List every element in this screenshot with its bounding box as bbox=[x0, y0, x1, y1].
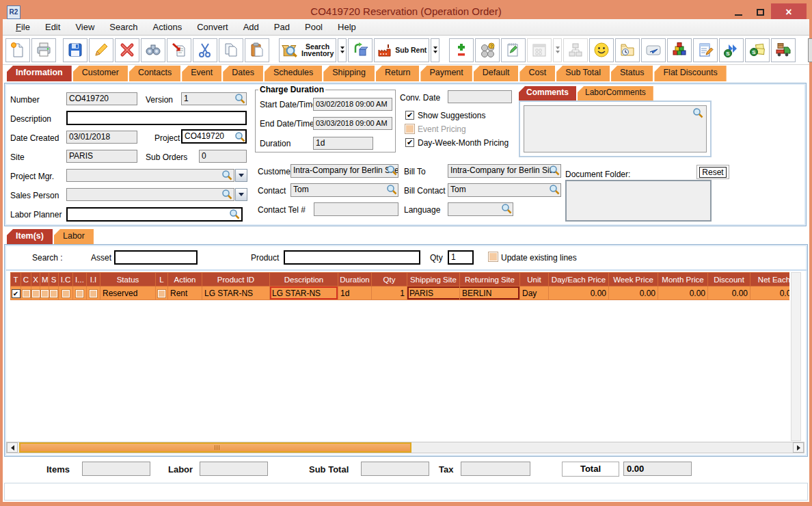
cut-button[interactable] bbox=[193, 38, 217, 62]
new-order-button[interactable] bbox=[5, 38, 30, 62]
menu-item-search[interactable]: Search bbox=[102, 20, 145, 34]
cell-month-price[interactable]: 0.00 bbox=[658, 287, 708, 300]
row-checkbox-i-c[interactable] bbox=[62, 290, 70, 297]
calendar-dropdown[interactable] bbox=[553, 38, 562, 62]
cell-discount[interactable]: 0.00 bbox=[708, 287, 750, 300]
table-vertical-scrollbar[interactable] bbox=[791, 272, 801, 441]
menu-item-help[interactable]: Help bbox=[330, 20, 364, 34]
labor-planner-field[interactable] bbox=[66, 207, 243, 222]
menu-item-pad[interactable]: Pad bbox=[267, 20, 297, 34]
tab-information[interactable]: Information bbox=[7, 66, 72, 81]
cell-net-each[interactable]: 0.00 bbox=[750, 287, 790, 300]
row-checkbox-c[interactable] bbox=[23, 290, 30, 297]
logistics-button[interactable] bbox=[771, 38, 796, 62]
version-search-icon[interactable] bbox=[234, 93, 245, 104]
save-button[interactable] bbox=[63, 38, 87, 62]
row-checkbox-l[interactable] bbox=[158, 290, 165, 297]
contact-tel-field[interactable] bbox=[314, 202, 398, 216]
cell-shipping-site[interactable]: PARIS bbox=[407, 287, 460, 300]
tab-shipping[interactable]: Shipping bbox=[323, 66, 375, 81]
tab-event[interactable]: Event bbox=[182, 66, 221, 81]
comments-field[interactable] bbox=[524, 105, 707, 152]
customer-search-icon[interactable] bbox=[386, 165, 397, 176]
project-search-icon[interactable] bbox=[234, 131, 245, 142]
add-lines-button[interactable] bbox=[449, 38, 474, 62]
tab-item-s[interactable]: Item(s) bbox=[7, 229, 53, 245]
tab-sub-total[interactable]: Sub Total bbox=[556, 66, 610, 81]
tab-dates[interactable]: Dates bbox=[223, 66, 263, 81]
convert-button[interactable] bbox=[348, 38, 373, 62]
tab-default[interactable]: Default bbox=[474, 66, 519, 81]
group-options-button[interactable]: ? bbox=[475, 38, 500, 62]
scroll-left-button[interactable] bbox=[7, 442, 18, 453]
sub-orders-field[interactable]: 0 bbox=[199, 150, 247, 163]
tab-status[interactable]: Status bbox=[611, 66, 653, 81]
product-input[interactable] bbox=[284, 250, 420, 265]
tab-customer[interactable]: Customer bbox=[73, 66, 128, 81]
menu-item-file[interactable]: File bbox=[8, 20, 38, 34]
menu-item-convert[interactable]: Convert bbox=[189, 20, 236, 34]
number-field[interactable]: CO419720 bbox=[66, 92, 137, 105]
language-search-icon[interactable] bbox=[501, 203, 512, 214]
org-chart-button[interactable] bbox=[563, 38, 588, 62]
edit-document-button[interactable] bbox=[693, 38, 718, 62]
tab-comments[interactable]: Comments bbox=[519, 86, 576, 101]
copy-button[interactable] bbox=[219, 38, 243, 62]
tab-labor[interactable]: Labor bbox=[54, 229, 94, 245]
cell-qty[interactable]: 1 bbox=[372, 287, 407, 300]
table-horizontal-scrollbar[interactable] bbox=[6, 442, 804, 453]
tab-contacts[interactable]: Contacts bbox=[129, 66, 180, 81]
document-folder-field[interactable] bbox=[565, 180, 712, 222]
row-checkbox-x[interactable] bbox=[32, 290, 40, 297]
comments-search-icon[interactable] bbox=[692, 107, 703, 118]
cell-duration[interactable]: 1d bbox=[338, 287, 372, 300]
description-field[interactable] bbox=[66, 111, 247, 125]
end-date-field[interactable]: 03/03/2018 09:00 AM bbox=[313, 117, 392, 130]
sub-rent-dropdown[interactable] bbox=[431, 38, 439, 62]
menu-item-pool[interactable]: Pool bbox=[297, 20, 330, 34]
asset-input[interactable] bbox=[114, 250, 198, 265]
menu-item-view[interactable]: View bbox=[68, 20, 102, 34]
cell-product-id[interactable]: LG STAR-NS bbox=[202, 287, 270, 300]
history-folder-button[interactable] bbox=[615, 38, 640, 62]
sales-person-dropdown[interactable] bbox=[235, 188, 247, 201]
labor-planner-search-icon[interactable] bbox=[229, 209, 240, 219]
sales-person-field[interactable] bbox=[66, 188, 234, 201]
tab-return[interactable]: Return bbox=[376, 66, 420, 81]
find-button[interactable] bbox=[141, 38, 165, 62]
project-mgr-field[interactable] bbox=[66, 169, 234, 182]
cell-status[interactable]: Reserved bbox=[100, 287, 156, 300]
bill-contact-field[interactable]: Tom bbox=[448, 183, 561, 197]
cell-week-price[interactable]: 0.00 bbox=[609, 287, 658, 300]
contact-search-icon[interactable] bbox=[386, 184, 397, 195]
cell-description[interactable]: LG STAR-NS bbox=[270, 287, 338, 300]
bill-to-search-icon[interactable] bbox=[549, 165, 560, 176]
search-inventory-button[interactable]: SearchInventory bbox=[279, 38, 336, 62]
contact-field[interactable]: Tom bbox=[290, 183, 398, 197]
conv-date-field[interactable] bbox=[448, 90, 512, 103]
send-button[interactable] bbox=[641, 38, 666, 62]
row-checkbox-i[interactable] bbox=[76, 290, 83, 297]
cell-day-each-price[interactable]: 0.00 bbox=[549, 287, 609, 300]
menu-item-edit[interactable]: Edit bbox=[38, 20, 68, 34]
menu-item-actions[interactable]: Actions bbox=[146, 20, 190, 34]
tab-cost[interactable]: Cost bbox=[519, 66, 555, 81]
print-button[interactable] bbox=[31, 38, 56, 62]
event-pricing-checkbox[interactable] bbox=[405, 124, 414, 133]
notes-button[interactable] bbox=[501, 38, 526, 62]
feedback-button[interactable] bbox=[589, 38, 614, 62]
tab-schedules[interactable]: Schedules bbox=[265, 66, 322, 81]
quickbooks-export-button[interactable]: S bbox=[719, 38, 744, 62]
edit-button[interactable] bbox=[89, 38, 113, 62]
show-suggestions-checkbox[interactable]: ✔ bbox=[405, 111, 414, 120]
reset-button[interactable]: Reset bbox=[696, 165, 729, 179]
search-inventory-dropdown[interactable] bbox=[338, 38, 347, 62]
date-created-field[interactable]: 03/01/2018 bbox=[66, 131, 137, 144]
scroll-right-button[interactable] bbox=[793, 442, 804, 453]
copy-order-button[interactable] bbox=[167, 38, 191, 62]
scrollbar-thumb[interactable] bbox=[19, 442, 411, 453]
customer-field[interactable]: Intra-Company for Berlin Site bbox=[290, 164, 398, 178]
update-existing-lines-checkbox[interactable] bbox=[489, 252, 498, 261]
sub-rent-button[interactable]: Sub Rent bbox=[374, 38, 429, 62]
start-date-field[interactable]: 03/02/2018 09:00 AM bbox=[313, 98, 392, 111]
